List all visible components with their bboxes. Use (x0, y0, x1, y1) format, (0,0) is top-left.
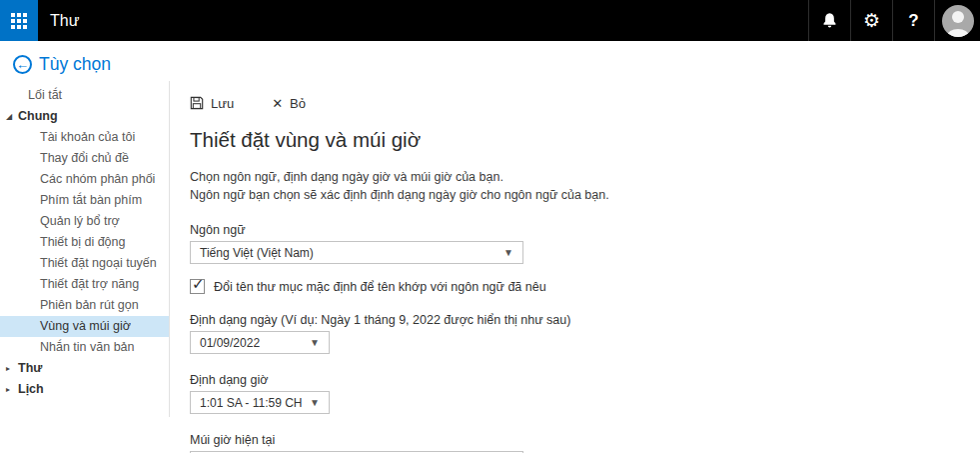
nav-item-text-messaging[interactable]: Nhắn tin văn bản (0, 337, 169, 358)
nav-item-distribution-groups[interactable]: Các nhóm phân phối (0, 169, 169, 190)
collapse-icon: ▸ (6, 358, 16, 379)
collapse-icon: ▸ (6, 379, 16, 400)
nav-item-manage-addins[interactable]: Quản lý bổ trợ (0, 211, 169, 232)
description-line-1: Chọn ngôn ngữ, định dạng ngày giờ và múi… (190, 168, 980, 186)
time-format-label: Định dạng giờ (190, 373, 980, 387)
options-header: ← Tùy chọn (0, 41, 980, 81)
nav-item-mobile-devices[interactable]: Thiết bị di động (0, 232, 169, 253)
timezone-label: Múi giờ hiện tại (190, 433, 980, 447)
app-title: Thư (38, 0, 808, 41)
close-icon: ✕ (272, 96, 283, 111)
nav-item-change-theme[interactable]: Thay đổi chủ đề (0, 148, 169, 169)
notifications-button[interactable] (808, 0, 850, 41)
chevron-down-icon: ▼ (310, 397, 320, 408)
time-format-value: 1:01 SA - 11:59 CH (200, 396, 303, 410)
account-button[interactable] (934, 0, 980, 41)
avatar[interactable] (942, 5, 974, 37)
save-label: Lưu (211, 96, 234, 111)
nav-item-my-account[interactable]: Tài khoản của tôi (0, 127, 169, 148)
back-arrow-icon: ← (16, 57, 29, 72)
app-launcher-button[interactable] (0, 0, 38, 41)
options-title[interactable]: Tùy chọn (39, 54, 111, 75)
settings-panel: Lưu ✕ Bỏ Thiết đặt vùng và múi giờ Chọn … (170, 81, 980, 452)
toolbar: Lưu ✕ Bỏ (190, 91, 980, 115)
back-button[interactable]: ← (13, 55, 32, 74)
nav-item-keyboard-shortcuts[interactable]: Phím tắt bàn phím (0, 190, 169, 211)
help-icon: ? (908, 11, 918, 31)
language-value: Tiếng Việt (Việt Nam) (200, 246, 314, 260)
rename-folders-checkbox[interactable]: ✓ (190, 279, 205, 294)
options-nav: Lối tắt ◢Chung Tài khoản của tôi Thay đổ… (0, 81, 170, 417)
discard-label: Bỏ (290, 96, 306, 111)
chevron-down-icon: ▼ (503, 247, 513, 258)
date-format-label: Định dạng ngày (Ví dụ: Ngày 1 tháng 9, 2… (190, 313, 980, 327)
bell-icon (821, 12, 838, 29)
avatar-person-icon (952, 11, 964, 23)
nav-item-accessibility-settings[interactable]: Thiết đặt trợ năng (0, 274, 169, 295)
chevron-down-icon: ▼ (310, 337, 320, 348)
date-format-dropdown[interactable]: 01/09/2022 ▼ (190, 331, 330, 354)
language-dropdown[interactable]: Tiếng Việt (Việt Nam) ▼ (190, 241, 523, 264)
rename-folders-row: ✓ Đổi tên thư mục mặc định để tên khớp v… (190, 279, 980, 294)
nav-item-shortcuts[interactable]: Lối tắt (0, 85, 169, 106)
save-button[interactable]: Lưu (190, 96, 234, 111)
rename-folders-label: Đổi tên thư mục mặc định để tên khớp với… (214, 280, 546, 294)
check-icon: ✓ (192, 275, 205, 293)
help-button[interactable]: ? (892, 0, 934, 41)
settings-button[interactable]: ⚙ (850, 0, 892, 41)
description: Chọn ngôn ngữ, định dạng ngày giờ và múi… (190, 168, 980, 204)
nav-item-light-version[interactable]: Phiên bản rút gọn (0, 295, 169, 316)
nav-group-mail[interactable]: ▸Thư (0, 358, 169, 379)
topbar: Thư ⚙ ? (0, 0, 980, 41)
nav-group-calendar[interactable]: ▸Lịch (0, 379, 169, 400)
language-label: Ngôn ngữ (190, 223, 980, 237)
discard-button[interactable]: ✕ Bỏ (272, 96, 306, 111)
page-title: Thiết đặt vùng và múi giờ (190, 128, 980, 152)
nav-group-general[interactable]: ◢Chung (0, 106, 169, 127)
save-icon (190, 96, 204, 110)
gear-icon: ⚙ (863, 11, 880, 30)
expand-icon: ◢ (6, 106, 16, 127)
nav-item-offline-settings[interactable]: Thiết đặt ngoại tuyến (0, 253, 169, 274)
date-format-value: 01/09/2022 (200, 336, 260, 350)
time-format-dropdown[interactable]: 1:01 SA - 11:59 CH ▼ (190, 391, 330, 414)
nav-item-region-timezone[interactable]: Vùng và múi giờ (0, 316, 169, 337)
description-line-2: Ngôn ngữ bạn chọn sẽ xác định định dạng … (190, 186, 980, 204)
app-launcher-icon (11, 13, 27, 29)
